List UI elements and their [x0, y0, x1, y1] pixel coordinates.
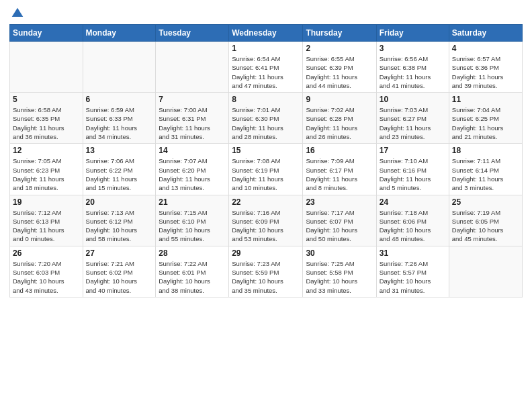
day-info: Sunrise: 6:59 AM Sunset: 6:33 PM Dayligh…	[86, 105, 153, 141]
day-number: 28	[159, 248, 226, 258]
day-cell: 12Sunrise: 7:05 AM Sunset: 6:23 PM Dayli…	[10, 144, 83, 195]
day-info: Sunrise: 6:56 AM Sunset: 6:38 PM Dayligh…	[380, 54, 446, 90]
day-info: Sunrise: 7:22 AM Sunset: 6:01 PM Dayligh…	[159, 259, 226, 295]
day-info: Sunrise: 7:06 AM Sunset: 6:22 PM Dayligh…	[86, 156, 153, 192]
page: SundayMondayTuesdayWednesdayThursdayFrid…	[0, 0, 532, 411]
day-cell: 27Sunrise: 7:21 AM Sunset: 6:02 PM Dayli…	[83, 246, 156, 297]
day-cell	[449, 246, 522, 297]
day-number: 4	[452, 44, 519, 53]
day-cell: 4Sunrise: 6:57 AM Sunset: 6:36 PM Daylig…	[449, 42, 522, 93]
day-cell: 23Sunrise: 7:17 AM Sunset: 6:07 PM Dayli…	[303, 195, 376, 246]
day-cell: 2Sunrise: 6:55 AM Sunset: 6:39 PM Daylig…	[303, 42, 376, 93]
day-info: Sunrise: 6:58 AM Sunset: 6:35 PM Dayligh…	[13, 105, 80, 141]
day-number: 23	[306, 197, 373, 207]
day-number: 22	[232, 197, 300, 207]
day-info: Sunrise: 7:26 AM Sunset: 5:57 PM Dayligh…	[380, 259, 446, 295]
day-cell: 14Sunrise: 7:07 AM Sunset: 6:20 PM Dayli…	[156, 144, 229, 195]
week-row-3: 12Sunrise: 7:05 AM Sunset: 6:23 PM Dayli…	[10, 144, 523, 195]
day-info: Sunrise: 7:23 AM Sunset: 5:59 PM Dayligh…	[232, 259, 300, 295]
day-header-friday: Friday	[376, 25, 449, 42]
day-cell: 21Sunrise: 7:15 AM Sunset: 6:10 PM Dayli…	[156, 195, 229, 246]
day-number: 14	[159, 146, 226, 155]
day-header-saturday: Saturday	[449, 25, 522, 42]
day-cell: 8Sunrise: 7:01 AM Sunset: 6:30 PM Daylig…	[229, 93, 303, 144]
day-number: 12	[13, 146, 80, 155]
day-number: 21	[159, 197, 226, 207]
day-cell: 24Sunrise: 7:18 AM Sunset: 6:06 PM Dayli…	[376, 195, 449, 246]
day-info: Sunrise: 7:00 AM Sunset: 6:31 PM Dayligh…	[159, 105, 226, 141]
day-number: 19	[13, 197, 80, 207]
day-cell: 29Sunrise: 7:23 AM Sunset: 5:59 PM Dayli…	[229, 246, 303, 297]
day-info: Sunrise: 7:11 AM Sunset: 6:14 PM Dayligh…	[452, 156, 519, 192]
day-info: Sunrise: 7:10 AM Sunset: 6:16 PM Dayligh…	[380, 156, 446, 192]
week-row-4: 19Sunrise: 7:12 AM Sunset: 6:13 PM Dayli…	[10, 195, 523, 246]
day-info: Sunrise: 7:19 AM Sunset: 6:05 PM Dayligh…	[452, 208, 519, 244]
day-cell: 18Sunrise: 7:11 AM Sunset: 6:14 PM Dayli…	[449, 144, 522, 195]
day-number: 7	[159, 95, 226, 104]
header-row: SundayMondayTuesdayWednesdayThursdayFrid…	[10, 25, 523, 42]
day-cell: 1Sunrise: 6:54 AM Sunset: 6:41 PM Daylig…	[229, 42, 303, 93]
day-cell: 6Sunrise: 6:59 AM Sunset: 6:33 PM Daylig…	[83, 93, 156, 144]
day-header-sunday: Sunday	[10, 25, 83, 42]
calendar-table: SundayMondayTuesdayWednesdayThursdayFrid…	[9, 24, 523, 298]
day-info: Sunrise: 7:18 AM Sunset: 6:06 PM Dayligh…	[380, 208, 446, 244]
day-info: Sunrise: 7:04 AM Sunset: 6:25 PM Dayligh…	[452, 105, 519, 141]
day-cell: 5Sunrise: 6:58 AM Sunset: 6:35 PM Daylig…	[10, 93, 83, 144]
header	[9, 7, 523, 20]
day-number: 10	[380, 95, 446, 104]
day-number: 6	[86, 95, 153, 104]
day-cell: 20Sunrise: 7:13 AM Sunset: 6:12 PM Dayli…	[83, 195, 156, 246]
svg-marker-0	[12, 8, 24, 17]
day-number: 27	[86, 248, 153, 258]
day-number: 20	[86, 197, 153, 207]
week-row-1: 1Sunrise: 6:54 AM Sunset: 6:41 PM Daylig…	[10, 42, 523, 93]
day-header-monday: Monday	[83, 25, 156, 42]
day-number: 16	[306, 146, 373, 155]
day-info: Sunrise: 7:12 AM Sunset: 6:13 PM Dayligh…	[13, 208, 80, 244]
day-info: Sunrise: 7:01 AM Sunset: 6:30 PM Dayligh…	[232, 105, 300, 141]
day-info: Sunrise: 7:07 AM Sunset: 6:20 PM Dayligh…	[159, 156, 226, 192]
day-number: 1	[232, 44, 300, 53]
day-number: 29	[232, 248, 300, 258]
day-header-wednesday: Wednesday	[229, 25, 303, 42]
day-cell: 13Sunrise: 7:06 AM Sunset: 6:22 PM Dayli…	[83, 144, 156, 195]
day-cell: 17Sunrise: 7:10 AM Sunset: 6:16 PM Dayli…	[376, 144, 449, 195]
day-info: Sunrise: 7:21 AM Sunset: 6:02 PM Dayligh…	[86, 259, 153, 295]
day-cell: 19Sunrise: 7:12 AM Sunset: 6:13 PM Dayli…	[10, 195, 83, 246]
day-number: 24	[380, 197, 446, 207]
day-info: Sunrise: 7:03 AM Sunset: 6:27 PM Dayligh…	[380, 105, 446, 141]
day-cell: 7Sunrise: 7:00 AM Sunset: 6:31 PM Daylig…	[156, 93, 229, 144]
day-number: 18	[452, 146, 519, 155]
day-number: 2	[306, 44, 373, 53]
day-cell: 31Sunrise: 7:26 AM Sunset: 5:57 PM Dayli…	[376, 246, 449, 297]
day-number: 30	[306, 248, 373, 258]
day-info: Sunrise: 7:15 AM Sunset: 6:10 PM Dayligh…	[159, 208, 226, 244]
day-cell: 3Sunrise: 6:56 AM Sunset: 6:38 PM Daylig…	[376, 42, 449, 93]
day-cell	[10, 42, 83, 93]
logo-text	[9, 7, 24, 20]
logo-icon	[11, 7, 24, 20]
day-info: Sunrise: 7:13 AM Sunset: 6:12 PM Dayligh…	[86, 208, 153, 244]
day-number: 8	[232, 95, 300, 104]
day-number: 13	[86, 146, 153, 155]
day-info: Sunrise: 7:17 AM Sunset: 6:07 PM Dayligh…	[306, 208, 373, 244]
day-cell: 28Sunrise: 7:22 AM Sunset: 6:01 PM Dayli…	[156, 246, 229, 297]
day-number: 3	[380, 44, 446, 53]
day-cell: 15Sunrise: 7:08 AM Sunset: 6:19 PM Dayli…	[229, 144, 303, 195]
day-number: 31	[380, 248, 446, 258]
day-info: Sunrise: 6:54 AM Sunset: 6:41 PM Dayligh…	[232, 54, 300, 90]
day-number: 15	[232, 146, 300, 155]
day-info: Sunrise: 7:08 AM Sunset: 6:19 PM Dayligh…	[232, 156, 300, 192]
day-number: 25	[452, 197, 519, 207]
logo	[9, 7, 24, 20]
day-number: 11	[452, 95, 519, 104]
day-number: 17	[380, 146, 446, 155]
day-cell: 11Sunrise: 7:04 AM Sunset: 6:25 PM Dayli…	[449, 93, 522, 144]
day-info: Sunrise: 7:02 AM Sunset: 6:28 PM Dayligh…	[306, 105, 373, 141]
day-info: Sunrise: 7:20 AM Sunset: 6:03 PM Dayligh…	[13, 259, 80, 295]
day-cell	[156, 42, 229, 93]
week-row-2: 5Sunrise: 6:58 AM Sunset: 6:35 PM Daylig…	[10, 93, 523, 144]
day-number: 9	[306, 95, 373, 104]
day-cell: 25Sunrise: 7:19 AM Sunset: 6:05 PM Dayli…	[449, 195, 522, 246]
day-header-thursday: Thursday	[303, 25, 376, 42]
